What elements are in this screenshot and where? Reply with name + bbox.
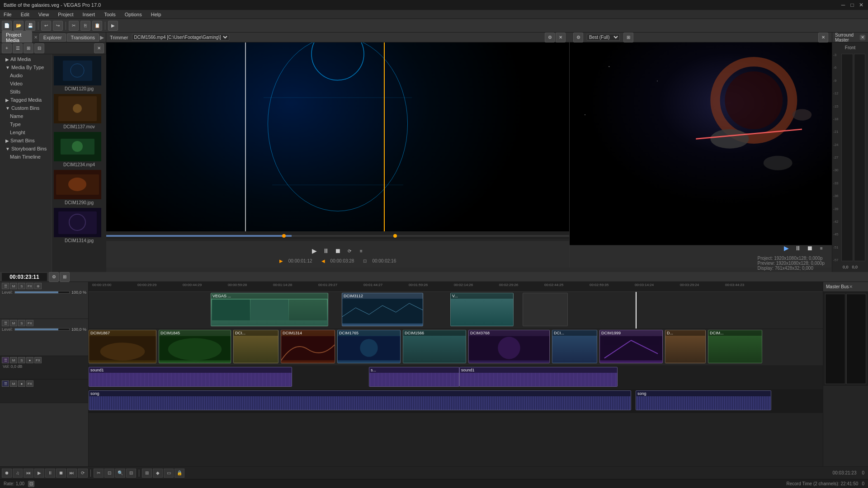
track-menu-a1[interactable]: ☰ bbox=[2, 357, 9, 363]
play-button[interactable]: ▶ bbox=[309, 246, 319, 256]
track-mute-v1[interactable]: M bbox=[10, 283, 17, 289]
import-media-btn[interactable]: + bbox=[2, 43, 12, 53]
scrub-bar[interactable] bbox=[106, 231, 569, 240]
track-solo-a1[interactable]: S bbox=[18, 357, 25, 363]
track-mute-a2[interactable]: M bbox=[10, 380, 17, 387]
tl-clip-dcim1845[interactable]: DCIM1845 bbox=[159, 330, 231, 363]
tree-lenght[interactable]: Lenght bbox=[0, 128, 52, 136]
track-rec-a2[interactable]: ● bbox=[18, 380, 25, 387]
track-solo-v1[interactable]: S bbox=[18, 283, 25, 289]
tl-clip-v[interactable]: V... bbox=[450, 293, 514, 326]
level-slider-v1[interactable] bbox=[14, 291, 70, 294]
bt-zoom-out-btn[interactable]: ⊟ bbox=[126, 469, 136, 478]
vp-stop-btn[interactable]: ⏹ bbox=[805, 243, 815, 253]
tl-clip-dcim1566[interactable]: DCIM1566 bbox=[403, 330, 466, 363]
vp-quality-select[interactable]: Best (Full) Good (Full) Draft (Full) bbox=[587, 34, 620, 41]
trimmer-close-btn[interactable]: ✕ bbox=[556, 33, 566, 42]
loop-button[interactable]: ⟳ bbox=[344, 246, 354, 256]
tree-video[interactable]: Video bbox=[0, 80, 52, 88]
tl-audio-s2[interactable]: s... bbox=[369, 367, 459, 387]
vp-pause-btn[interactable]: ⏸ bbox=[793, 243, 803, 253]
tl-audio-sound1[interactable]: sound1 bbox=[89, 367, 292, 387]
media-view-btn[interactable]: ☰ bbox=[13, 43, 23, 53]
close-button[interactable]: ✕ bbox=[858, 2, 864, 8]
trimmer-settings-btn[interactable]: ⚙ bbox=[545, 33, 555, 42]
paste-btn[interactable]: 📋 bbox=[92, 21, 102, 31]
vp-play-btn[interactable]: ▶ bbox=[781, 243, 791, 253]
tree-smart-bins[interactable]: ▶ Smart Bins bbox=[0, 136, 52, 145]
minimize-button[interactable]: ─ bbox=[840, 2, 846, 8]
menu-edit[interactable]: Edit bbox=[19, 12, 31, 17]
stop-button[interactable]: ⏹ bbox=[333, 246, 343, 256]
cut-btn[interactable]: ✂ bbox=[69, 21, 79, 31]
bt-select-btn[interactable]: ⊡ bbox=[104, 469, 114, 478]
bt-region-btn[interactable]: ▭ bbox=[164, 469, 174, 478]
media-item-0[interactable]: DCIM1120.jpg bbox=[54, 56, 104, 91]
tl-clip-d5[interactable]: D... bbox=[665, 330, 706, 363]
menu-help[interactable]: Help bbox=[149, 12, 163, 17]
vp-more-btn[interactable]: ≡ bbox=[816, 243, 826, 253]
tl-clip-vegas[interactable]: VEGAS ... bbox=[211, 293, 328, 326]
menu-view[interactable]: View bbox=[37, 12, 51, 17]
bt-lock-btn[interactable]: 🔒 bbox=[175, 469, 184, 478]
tree-all-media[interactable]: ▶ All Media bbox=[0, 55, 52, 63]
more-button[interactable]: ≡ bbox=[356, 246, 366, 256]
menu-tools[interactable]: Tools bbox=[102, 12, 118, 17]
bt-snap-btn[interactable]: ⊞ bbox=[142, 469, 152, 478]
tl-settings-btn[interactable]: ⚙ bbox=[49, 272, 59, 282]
track-solo-v2[interactable]: S bbox=[18, 320, 25, 326]
bt-zoom-in-btn[interactable]: 🔍 bbox=[115, 469, 125, 478]
expand-btn[interactable]: ▶ bbox=[100, 34, 104, 41]
tree-type[interactable]: Type bbox=[0, 120, 52, 128]
media-item-3[interactable]: DCIM1290.jpg bbox=[54, 170, 104, 205]
track-fx-a2[interactable]: FX bbox=[26, 380, 33, 387]
bt-audio-btn[interactable]: ♫ bbox=[13, 469, 23, 478]
media-item-4[interactable]: DCIM1314.jpg bbox=[54, 208, 104, 243]
bt-play-btn[interactable]: ▶ bbox=[34, 469, 44, 478]
tl-audio-sound1-2[interactable]: sound1 bbox=[459, 367, 618, 387]
vp-settings-btn[interactable]: ⚙ bbox=[573, 33, 583, 42]
bt-record-btn[interactable]: ⏺ bbox=[2, 469, 12, 478]
vp-grid-btn[interactable]: ⊞ bbox=[623, 33, 633, 42]
vp-close-btn[interactable]: ✕ bbox=[818, 33, 828, 42]
media-filter-btn[interactable]: ⊟ bbox=[34, 43, 44, 53]
tree-tagged-media[interactable]: ▶ Tagged Media bbox=[0, 96, 52, 104]
menu-file[interactable]: File bbox=[2, 12, 14, 17]
tl-clip-dcim1314-v2[interactable]: DCIM1314 bbox=[281, 330, 335, 363]
big-timeline[interactable]: 00:00:15:00 00:00:29:29 00:00:44:29 00:0… bbox=[89, 282, 823, 466]
surround-close-btn[interactable]: ✕ bbox=[860, 35, 865, 40]
track-mute-a1[interactable]: M bbox=[10, 357, 17, 363]
tl-clip-dcim1999[interactable]: DCIM1999 bbox=[599, 330, 663, 363]
open-btn[interactable]: 📂 bbox=[14, 21, 24, 31]
tl-clip-dcim1765[interactable]: DCIM1765 bbox=[337, 330, 401, 363]
tree-media-by-type[interactable]: ▼ Media By Type bbox=[0, 63, 52, 71]
track-menu-v1[interactable]: ☰ bbox=[2, 283, 9, 289]
media-close-btn[interactable]: ✕ bbox=[94, 43, 104, 53]
track-composite-v1[interactable]: ⊕ bbox=[34, 283, 42, 289]
menu-options[interactable]: Options bbox=[123, 12, 144, 17]
tree-audio[interactable]: Audio bbox=[0, 71, 52, 80]
bt-rewind-btn[interactable]: ⏮ bbox=[24, 469, 33, 478]
copy-btn[interactable]: ⎘ bbox=[80, 21, 90, 31]
bt-pause-btn[interactable]: ⏸ bbox=[45, 469, 55, 478]
status-lock-btn[interactable]: ⊡ bbox=[28, 481, 34, 487]
render-btn[interactable]: ▶ bbox=[108, 21, 118, 31]
new-btn[interactable]: 📄 bbox=[2, 21, 12, 31]
bt-edit-btn[interactable]: ✂ bbox=[94, 469, 104, 478]
tl-audio-song1[interactable]: song bbox=[89, 390, 631, 410]
track-fx-v2[interactable]: FX bbox=[26, 320, 33, 326]
bt-stop-btn[interactable]: ⏹ bbox=[56, 469, 66, 478]
tab-explorer[interactable]: Explorer bbox=[39, 33, 66, 42]
tl-clip-dcim3112[interactable]: DCIM3112 bbox=[342, 293, 423, 326]
track-menu-a2[interactable]: ☰ bbox=[2, 380, 9, 387]
track-rec-a1[interactable]: ● bbox=[26, 357, 33, 363]
tl-clip-empty1[interactable] bbox=[523, 293, 568, 326]
menu-project[interactable]: Project bbox=[56, 12, 75, 17]
trimmer-file-select[interactable]: DCIM1566.mp4 [C:\User\Footage\Gaming\] bbox=[132, 34, 229, 41]
tl-clip-dcim6[interactable]: DCIM... bbox=[708, 330, 762, 363]
scrub-thumb-out[interactable] bbox=[393, 234, 397, 238]
menu-insert[interactable]: Insert bbox=[81, 12, 97, 17]
tl-clip-dci3[interactable]: DCI... bbox=[233, 330, 278, 363]
tree-storyboard-bins[interactable]: ▼ Storyboard Bins bbox=[0, 145, 52, 153]
tree-name[interactable]: Name bbox=[0, 112, 52, 120]
